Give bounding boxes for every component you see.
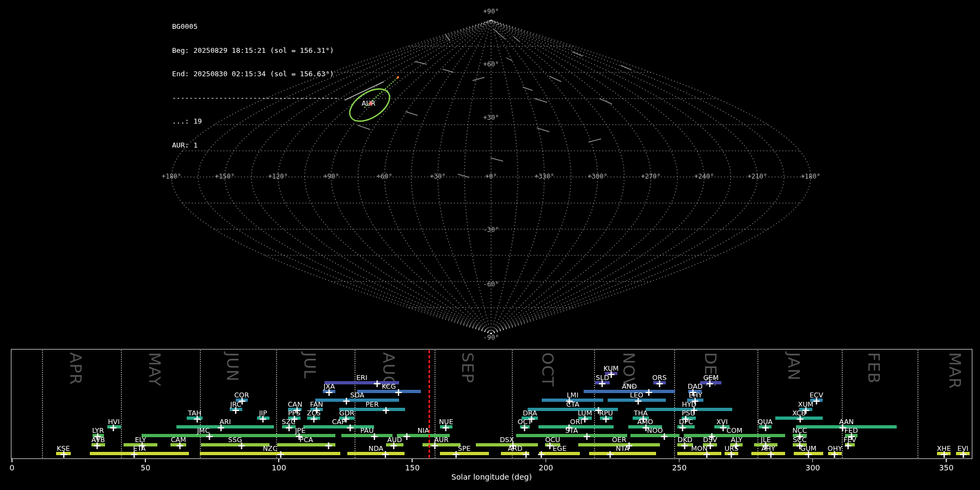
x-tick-250	[679, 459, 680, 462]
activity-timeline: Solar longitude (deg) APRMAYJUNJULAUGSEP…	[0, 0, 980, 490]
month-separator-jul	[276, 350, 277, 458]
month-separator-jun	[200, 350, 201, 458]
shower-label-eri: ERI	[356, 373, 367, 382]
month-label-feb: FEB	[865, 352, 883, 384]
x-tick-label-200: 200	[538, 463, 553, 472]
shower-label-nzc: NZC	[263, 444, 278, 452]
month-separator-mar	[917, 350, 918, 458]
x-tick-label-50: 50	[140, 463, 150, 472]
x-tick-label-350: 350	[939, 463, 954, 472]
month-separator-dec	[674, 350, 675, 458]
x-tick-label-300: 300	[806, 463, 820, 472]
month-label-sep: SEP	[458, 352, 477, 383]
x-axis-title: Solar longitude (deg)	[451, 473, 532, 481]
month-separator-aug	[354, 350, 356, 458]
x-tick-label-100: 100	[272, 463, 286, 472]
month-label-jul: JUL	[301, 352, 319, 379]
month-label-may: MAY	[145, 352, 164, 387]
x-tick-0	[11, 459, 13, 462]
shower-label-oer: OER	[612, 436, 626, 444]
month-separator-may	[121, 350, 122, 458]
month-separator-apr	[42, 350, 43, 458]
x-tick-label-0: 0	[10, 463, 15, 472]
month-label-jan: JAN	[785, 352, 803, 381]
month-separator-jan	[757, 350, 758, 458]
month-label-mar: MAR	[946, 352, 964, 389]
radiant-map-page: BG0005 Beg: 20250829 18:15:21 (sol = 156…	[0, 0, 980, 490]
shower-label-sda: SDA	[350, 391, 364, 399]
x-tick-50	[145, 459, 146, 462]
current-sol-line	[428, 350, 430, 458]
shower-label-per: PER	[366, 400, 379, 408]
shower-label-nia: NIA	[418, 426, 430, 434]
month-separator-feb	[842, 350, 843, 458]
x-tick-150	[412, 459, 413, 462]
shower-label-com: COM	[726, 426, 742, 434]
shower-label-ege: EGE	[553, 444, 566, 452]
x-tick-label-150: 150	[405, 463, 420, 472]
month-label-oct: OCT	[538, 352, 557, 387]
month-label-apr: APR	[66, 352, 85, 385]
shower-label-and: AND	[622, 382, 637, 390]
x-tick-label-250: 250	[672, 463, 687, 472]
month-label-jun: JUN	[223, 352, 242, 382]
